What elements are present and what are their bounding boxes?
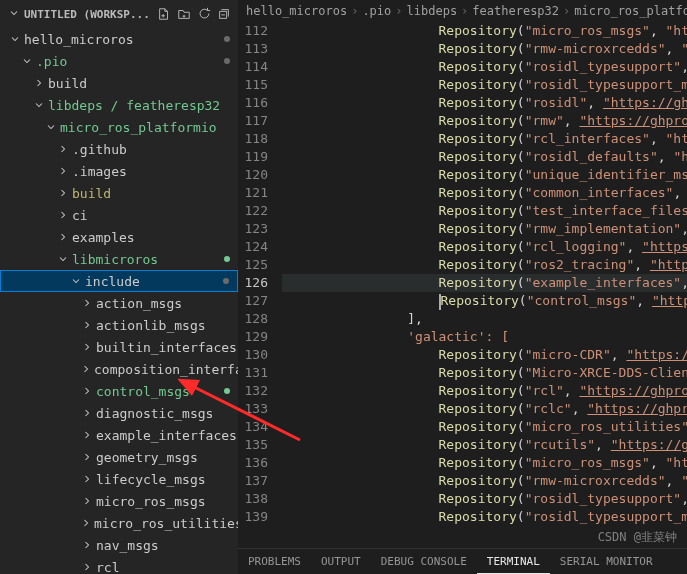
- code-line[interactable]: Repository("rosidl_typesupport", "h: [282, 490, 687, 508]
- explorer-header[interactable]: UNTITLED (WORKSP...: [0, 0, 238, 28]
- tree-item-micro-ros-msgs[interactable]: micro_ros_msgs: [0, 490, 238, 512]
- tree-item-actionlib-msgs[interactable]: actionlib_msgs: [0, 314, 238, 336]
- tree-label: lifecycle_msgs: [94, 472, 206, 487]
- code-line[interactable]: Repository("example_interfaces", ": [282, 274, 687, 292]
- new-file-icon[interactable]: [154, 4, 174, 24]
- code-line[interactable]: Repository("rosidl_typesupport", "h: [282, 58, 687, 76]
- code-line[interactable]: Repository("unique_identifier_msgs": [282, 166, 687, 184]
- tree-item-micro-ros-platformio[interactable]: micro_ros_platformio: [0, 116, 238, 138]
- tree-label: examples: [70, 230, 135, 245]
- code-line[interactable]: Repository("ros2_tracing", "https:: [282, 256, 687, 274]
- code-line[interactable]: Repository("common_interfaces", "h: [282, 184, 687, 202]
- refresh-icon[interactable]: [194, 4, 214, 24]
- tree-item-example-interfaces[interactable]: example_interfaces: [0, 424, 238, 446]
- panel-tab-terminal[interactable]: TERMINAL: [477, 549, 550, 574]
- chevron-right-icon: [80, 451, 94, 463]
- tree-item-hello-microros[interactable]: hello_microros: [0, 28, 238, 50]
- panel-tab-serial-monitor[interactable]: SERIAL MONITOR: [550, 549, 663, 574]
- code-line[interactable]: Repository("micro_ros_msgs", "http: [282, 454, 687, 472]
- breadcrumb-separator: ›: [395, 4, 402, 18]
- chevron-right-icon: [80, 539, 94, 551]
- chevron-right-icon: [80, 517, 92, 529]
- tree-item-composition-interfaces[interactable]: composition_interfaces: [0, 358, 238, 380]
- tree-label: action_msgs: [94, 296, 182, 311]
- tree-label: actionlib_msgs: [94, 318, 206, 333]
- code-line[interactable]: Repository("micro_ros_msgs", "http: [282, 22, 687, 40]
- breadcrumb-item[interactable]: libdeps: [407, 4, 458, 18]
- code-line[interactable]: Repository("rmw-microxrcedds", "http: [282, 472, 687, 490]
- code-line[interactable]: Repository("rmw-microxrcedds", "http: [282, 40, 687, 58]
- file-tree[interactable]: hello_microros.piobuildlibdeps / feather…: [0, 28, 238, 574]
- chevron-right-icon: [80, 561, 94, 573]
- code-line[interactable]: Repository("micro_ros_utilities", ": [282, 418, 687, 436]
- new-folder-icon[interactable]: [174, 4, 194, 24]
- code-line[interactable]: Repository("test_interface_files", ": [282, 202, 687, 220]
- tree-item-build[interactable]: build: [0, 182, 238, 204]
- line-gutter: 1121131141151161171181191201211221231241…: [238, 22, 282, 548]
- panel-tab-output[interactable]: OUTPUT: [311, 549, 371, 574]
- code-line[interactable]: Repository("rcl_interfaces", "http: [282, 130, 687, 148]
- code-line[interactable]: Repository("rosidl", "https://ghpr: [282, 94, 687, 112]
- code-line[interactable]: Repository("rcutils", "https://ghp: [282, 436, 687, 454]
- tree-item-action-msgs[interactable]: action_msgs: [0, 292, 238, 314]
- code-line[interactable]: Repository("rosidl_typesupport_mic": [282, 508, 687, 526]
- tree-label: builtin_interfaces: [94, 340, 237, 355]
- code-line[interactable]: Repository("rcl", "https://ghproxy: [282, 382, 687, 400]
- app-root: UNTITLED (WORKSP... hello_microros.piobu…: [0, 0, 687, 574]
- tree-item-include[interactable]: include: [0, 270, 238, 292]
- code-line[interactable]: Repository("Micro-XRCE-DDS-Client", ": [282, 364, 687, 382]
- chevron-right-icon: [80, 319, 94, 331]
- code-line[interactable]: Repository("control_msgs", "https:: [282, 292, 687, 310]
- panel-tab-problems[interactable]: PROBLEMS: [238, 549, 311, 574]
- tree-label: include: [83, 274, 140, 289]
- breadcrumb[interactable]: hello_microros›.pio›libdeps›featheresp32…: [238, 0, 687, 22]
- tree-item-build[interactable]: build: [0, 72, 238, 94]
- tree-item-builtin-interfaces[interactable]: builtin_interfaces: [0, 336, 238, 358]
- tree-label: build: [46, 76, 87, 91]
- code-content[interactable]: Repository("micro_ros_msgs", "http Repos…: [282, 22, 687, 548]
- tree-item-micro-ros-utilities[interactable]: micro_ros_utilities: [0, 512, 238, 534]
- tree-item--github[interactable]: .github: [0, 138, 238, 160]
- breadcrumb-item[interactable]: .pio: [362, 4, 391, 18]
- code-line[interactable]: 'galactic': [: [282, 328, 687, 346]
- tree-label: diagnostic_msgs: [94, 406, 213, 421]
- tree-item-examples[interactable]: examples: [0, 226, 238, 248]
- modified-dot-icon: [224, 388, 230, 394]
- collapse-all-icon[interactable]: [214, 4, 234, 24]
- chevron-right-icon: [80, 429, 94, 441]
- code-line[interactable]: Repository("rosidl_defaults", "htt: [282, 148, 687, 166]
- panel-tab-debug-console[interactable]: DEBUG CONSOLE: [371, 549, 477, 574]
- code-line[interactable]: Repository("rclc", "https://ghprox: [282, 400, 687, 418]
- tree-item-libmicroros[interactable]: libmicroros: [0, 248, 238, 270]
- tree-item--pio[interactable]: .pio: [0, 50, 238, 72]
- code-line[interactable]: ],: [282, 310, 687, 328]
- tree-label: micro_ros_platformio: [58, 120, 217, 135]
- breadcrumb-separator: ›: [461, 4, 468, 18]
- tree-item--images[interactable]: .images: [0, 160, 238, 182]
- code-line[interactable]: Repository("rmw_implementation", ": [282, 220, 687, 238]
- tree-item-control-msgs[interactable]: control_msgs: [0, 380, 238, 402]
- tree-item-rcl[interactable]: rcl: [0, 556, 238, 574]
- code-line[interactable]: Repository("rcl_logging", "https:/: [282, 238, 687, 256]
- chevron-right-icon: [32, 77, 46, 89]
- code-line[interactable]: Repository("rosidl_typesupport_mic": [282, 76, 687, 94]
- chevron-right-icon: [56, 187, 70, 199]
- tree-item-lifecycle-msgs[interactable]: lifecycle_msgs: [0, 468, 238, 490]
- code-line[interactable]: Repository("micro-CDR", "https://g: [282, 346, 687, 364]
- tree-label: rcl: [94, 560, 119, 575]
- tree-item-ci[interactable]: ci: [0, 204, 238, 226]
- code-line[interactable]: Repository("rmw", "https://ghproxy: [282, 112, 687, 130]
- tree-label: hello_microros: [22, 32, 134, 47]
- tree-item-libdeps-featheresp32[interactable]: libdeps / featheresp32: [0, 94, 238, 116]
- breadcrumb-item[interactable]: hello_microros: [246, 4, 347, 18]
- breadcrumb-separator: ›: [351, 4, 358, 18]
- tree-item-nav-msgs[interactable]: nav_msgs: [0, 534, 238, 556]
- tree-item-diagnostic-msgs[interactable]: diagnostic_msgs: [0, 402, 238, 424]
- breadcrumb-item[interactable]: featheresp32: [472, 4, 559, 18]
- chevron-right-icon: [80, 341, 94, 353]
- code-editor[interactable]: 1121131141151161171181191201211221231241…: [238, 22, 687, 548]
- tree-item-geometry-msgs[interactable]: geometry_msgs: [0, 446, 238, 468]
- breadcrumb-item[interactable]: micro_ros_platformio: [574, 4, 687, 18]
- chevron-down-icon: [32, 99, 46, 111]
- chevron-down-icon: [56, 253, 70, 265]
